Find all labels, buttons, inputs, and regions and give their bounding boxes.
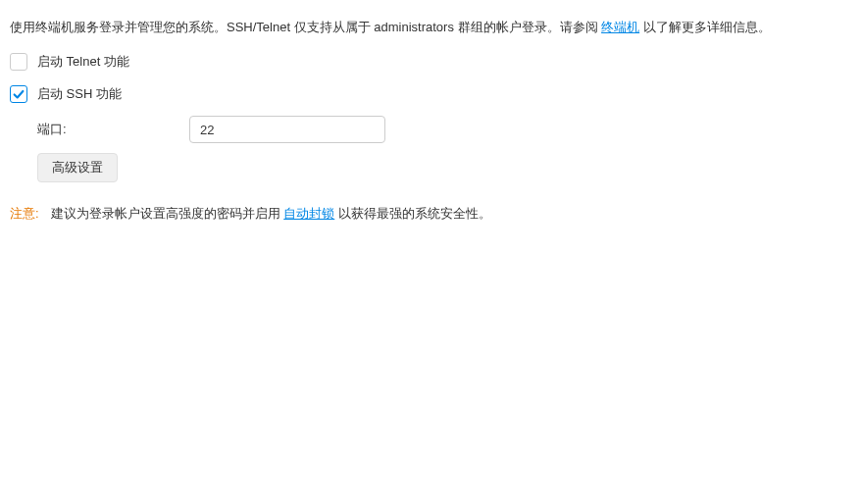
telnet-label[interactable]: 启动 Telnet 功能 — [37, 52, 129, 73]
terminal-link[interactable]: 终端机 — [601, 20, 639, 34]
note-label: 注意: — [10, 204, 39, 225]
port-row: 端口: — [37, 116, 852, 143]
intro-text: 使用终端机服务登录并管理您的系统。SSH/Telnet 仅支持从属于 admin… — [10, 18, 852, 38]
ssh-row: 启动 SSH 功能 — [10, 84, 852, 105]
telnet-row: 启动 Telnet 功能 — [10, 52, 852, 73]
ssh-settings: 端口: 高级设置 — [37, 116, 852, 182]
ssh-checkbox[interactable] — [10, 85, 27, 103]
advanced-row: 高级设置 — [37, 153, 852, 182]
note-row: 注意: 建议为登录帐户设置高强度的密码并启用 自动封锁 以获得最强的系统安全性。 — [10, 204, 852, 225]
ssh-label[interactable]: 启动 SSH 功能 — [37, 84, 122, 105]
port-input[interactable] — [189, 116, 385, 143]
note-prefix: 建议为登录帐户设置高强度的密码并启用 — [51, 206, 284, 221]
port-label: 端口: — [37, 120, 189, 140]
intro-prefix: 使用终端机服务登录并管理您的系统。SSH/Telnet 仅支持从属于 admin… — [10, 20, 601, 34]
auto-block-link[interactable]: 自动封锁 — [283, 206, 334, 221]
telnet-checkbox[interactable] — [10, 53, 27, 71]
intro-suffix: 以了解更多详细信息。 — [639, 20, 771, 34]
check-icon — [12, 87, 25, 101]
advanced-settings-button[interactable]: 高级设置 — [37, 153, 118, 182]
note-suffix: 以获得最强的系统安全性。 — [334, 206, 491, 221]
note-text: 建议为登录帐户设置高强度的密码并启用 自动封锁 以获得最强的系统安全性。 — [51, 204, 491, 225]
